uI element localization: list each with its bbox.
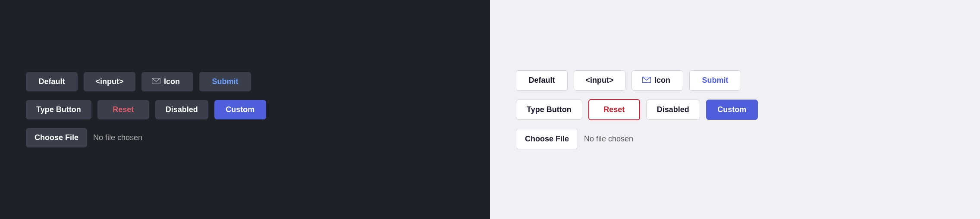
light-reset-button[interactable]: Reset [588,99,640,120]
dark-icon-button[interactable]: Icon [141,72,193,91]
light-row-3: Choose File No file chosen [516,129,633,149]
light-submit-button[interactable]: Submit [689,70,741,91]
light-custom-button[interactable]: Custom [706,100,758,120]
light-icon-label: Icon [654,76,670,85]
light-no-file-text: No file chosen [584,135,633,144]
light-row-2: Type Button Reset Disabled Custom [516,99,758,120]
dark-no-file-text: No file chosen [93,133,142,142]
dark-disabled-button[interactable]: Disabled [155,100,208,119]
dark-panel: Default <input> Icon Submit Type Button … [0,0,490,219]
envelope-icon [152,77,160,86]
light-choose-file-button[interactable]: Choose File [516,129,578,149]
dark-reset-button[interactable]: Reset [97,100,149,119]
light-input-button[interactable]: <input> [574,70,625,91]
envelope-icon-light [642,76,651,85]
light-panel: Default <input> Icon Submit Type Button … [490,0,980,219]
dark-row-3: Choose File No file chosen [26,128,142,147]
light-type-button[interactable]: Type Button [516,100,582,120]
dark-choose-file-button[interactable]: Choose File [26,128,87,147]
dark-input-button[interactable]: <input> [84,72,135,91]
dark-custom-button[interactable]: Custom [214,100,266,119]
dark-type-button[interactable]: Type Button [26,100,91,119]
light-icon-button[interactable]: Icon [631,70,683,91]
dark-row-1: Default <input> Icon Submit [26,72,251,91]
dark-icon-label: Icon [164,77,180,86]
dark-row-2: Type Button Reset Disabled Custom [26,100,266,119]
light-default-button[interactable]: Default [516,70,568,91]
light-disabled-button[interactable]: Disabled [646,100,700,120]
light-row-1: Default <input> Icon Submit [516,70,741,91]
dark-submit-button[interactable]: Submit [199,72,251,91]
dark-default-button[interactable]: Default [26,72,78,91]
